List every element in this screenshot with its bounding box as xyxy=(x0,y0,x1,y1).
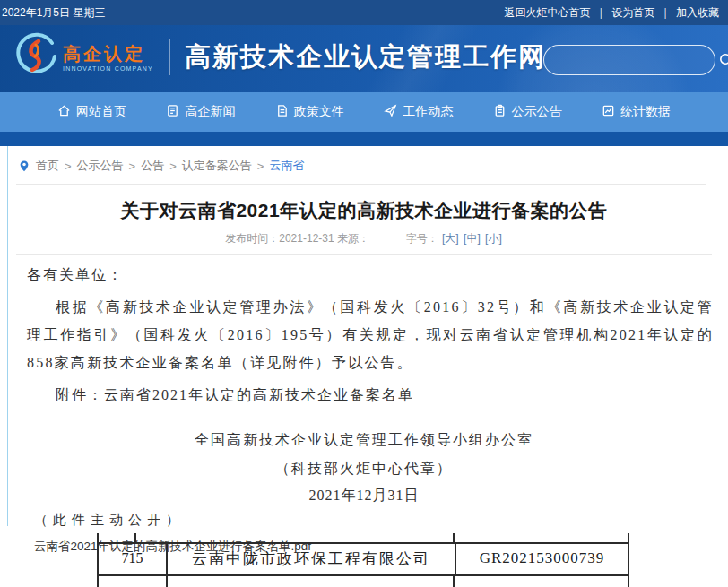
table-clip-stub xyxy=(97,533,99,542)
breadcrumb-separator: > xyxy=(169,160,177,173)
signature-org: 全国高新技术企业认定管理工作领导小组办公室 xyxy=(0,431,728,450)
chart-icon xyxy=(602,104,615,120)
nav-item-home[interactable]: 网站首页 xyxy=(57,104,126,120)
location-pin-icon xyxy=(18,160,30,173)
breadcrumb-separator: > xyxy=(129,160,136,173)
fontsize-label: 字号： xyxy=(406,232,438,245)
breadcrumb-separator: > xyxy=(257,160,264,173)
attachment-line: 附件：云南省2021年认定的高新技术企业备案名单 xyxy=(27,386,414,405)
top-link-separator: ｜ xyxy=(660,5,671,21)
page: 2022年1月5日 星期三 返回火炬中心首页 ｜ 设为首页 ｜ 加入收藏 高企认 xyxy=(0,0,728,587)
article-title: 关于对云南省2021年认定的高新技术企业进行备案的公告 xyxy=(0,198,728,223)
logo-en-text: INNOVATION COMPANY xyxy=(63,65,153,72)
table-clip-stub xyxy=(134,533,136,542)
breadcrumb-filing-notice[interactable]: 认定备案公告 xyxy=(182,158,252,174)
nav-item-announcements[interactable]: 公示公告 xyxy=(493,104,562,120)
logo-cn-text: 高企认定 xyxy=(63,44,153,64)
link-torch-home[interactable]: 返回火炬中心首页 xyxy=(504,5,590,21)
nav-item-activity[interactable]: 工作动态 xyxy=(384,104,453,120)
table-clip-stub xyxy=(97,576,99,587)
table-row: 715 云南中陇市政环保工程有限公司 GR202153000739 xyxy=(97,542,629,574)
breadcrumb-current-yunnan: 云南省 xyxy=(269,158,304,174)
policy-icon xyxy=(275,104,289,120)
cell-company-name: 云南中陇市政环保工程有限公司 xyxy=(166,542,455,574)
fontsize-large-button[interactable]: [大] xyxy=(442,232,459,245)
source-label: 来源： xyxy=(337,232,369,245)
site-logo[interactable]: 高企认定 INNOVATION COMPANY xyxy=(13,32,153,82)
nav-label: 公示公告 xyxy=(512,104,562,120)
meta-separator-line xyxy=(16,254,712,255)
current-date: 2022年1月5日 星期三 xyxy=(2,5,105,21)
table-clip-stub xyxy=(628,576,629,587)
search-icon[interactable] xyxy=(718,52,728,68)
site-title: 高新技术企业认定管理工作网 xyxy=(185,39,546,75)
breadcrumb-separator: > xyxy=(65,160,72,173)
article-meta: 发布时间：2021-12-31 来源： 字号： [大] [中] [小] xyxy=(0,231,728,246)
breadcrumb-home[interactable]: 首页 xyxy=(36,158,59,174)
publish-time: 发布时间：2021-12-31 xyxy=(225,232,334,245)
nav-label: 工作动态 xyxy=(403,104,453,120)
search-input[interactable] xyxy=(544,46,718,74)
main-nav: 网站首页 高企新闻 政策文件 工作动态 xyxy=(0,92,728,132)
signature-seal: （科技部火炬中心代章） xyxy=(0,460,728,479)
link-set-homepage[interactable]: 设为首页 xyxy=(611,5,654,21)
cell-row-number: 715 xyxy=(97,542,166,574)
logo-torch-icon xyxy=(13,32,59,82)
table-clip-stub xyxy=(628,533,629,542)
breadcrumb-notice[interactable]: 公告 xyxy=(141,158,164,174)
nav-item-policy[interactable]: 政策文件 xyxy=(275,104,344,120)
site-header: 高企认定 INNOVATION COMPANY 高新技术企业认定管理工作网 xyxy=(0,25,728,92)
salutation: 各有关单位： xyxy=(27,266,124,285)
nav-label: 高企新闻 xyxy=(185,104,235,120)
table-clip-stub xyxy=(453,576,455,587)
top-utility-bar: 2022年1月5日 星期三 返回火炬中心首页 ｜ 设为首页 ｜ 加入收藏 xyxy=(0,0,728,25)
nav-label: 网站首页 xyxy=(76,104,126,120)
table-clip-stub xyxy=(453,533,455,542)
signature-date: 2021年12月31日 xyxy=(0,487,728,505)
news-icon xyxy=(166,104,179,120)
top-links: 返回火炬中心首页 ｜ 设为首页 ｜ 加入收藏 xyxy=(504,5,719,21)
table-border-bottom xyxy=(97,574,629,576)
enterprise-table: 715 云南中陇市政环保工程有限公司 GR202153000739 xyxy=(97,533,629,587)
breadcrumb-separator-line xyxy=(16,184,706,185)
top-link-separator: ｜ xyxy=(595,5,606,21)
link-add-favorite[interactable]: 加入收藏 xyxy=(676,5,719,21)
table-clip-stub xyxy=(166,576,168,587)
disclosure-note: （此件主动公开） xyxy=(34,512,185,529)
breadcrumb: 首页 > 公示公告 > 公告 > 认定备案公告 > 云南省 xyxy=(18,158,304,174)
nav-label: 统计数据 xyxy=(620,104,671,120)
header-divider xyxy=(169,39,170,75)
paper-plane-icon xyxy=(384,104,397,120)
nav-item-news[interactable]: 高企新闻 xyxy=(166,104,235,120)
search-box xyxy=(543,45,715,75)
body-paragraph: 根据《高新技术企业认定管理办法》（国科发火〔2016〕32号）和《高新技术企业认… xyxy=(27,293,714,376)
nav-label: 政策文件 xyxy=(294,104,344,120)
clipboard-icon xyxy=(493,104,507,120)
fontsize-medium-button[interactable]: [中] xyxy=(464,232,481,245)
cell-certificate-number: GR202153000739 xyxy=(455,542,629,574)
nav-item-statistics[interactable]: 统计数据 xyxy=(602,104,671,120)
content-area: 首页 > 公示公告 > 公告 > 认定备案公告 > 云南省 关于对云南省2021… xyxy=(0,146,728,587)
fontsize-small-button[interactable]: [小] xyxy=(485,232,502,245)
nav-bottom-band xyxy=(0,132,728,146)
home-icon xyxy=(57,104,71,120)
breadcrumb-announcements[interactable]: 公示公告 xyxy=(77,158,124,174)
